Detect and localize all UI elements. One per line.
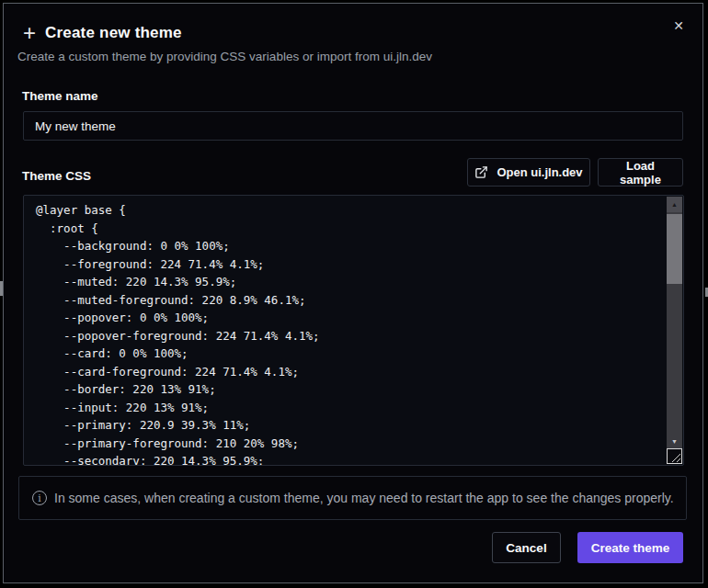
restart-info-text: In some cases, when creating a custom th… (54, 491, 674, 505)
create-theme-dialog: + Create new theme ✕ Create a custom the… (3, 3, 703, 583)
window-edge-artifact-left (0, 281, 3, 296)
close-button[interactable]: ✕ (668, 15, 690, 37)
theme-name-label: Theme name (22, 89, 98, 103)
theme-css-code[interactable]: @layer base { :root { --background: 0 0%… (36, 201, 320, 466)
theme-name-input[interactable] (23, 111, 683, 141)
plus-icon: + (23, 22, 36, 44)
load-sample-button[interactable]: Load sample (598, 158, 683, 187)
restart-info-banner: i In some cases, when creating a custom … (18, 476, 687, 520)
open-ui-jln-dev-label: Open ui.jln.dev (497, 165, 582, 179)
info-icon: i (32, 491, 47, 505)
scroll-down-icon: ▼ (671, 438, 678, 445)
open-ui-jln-dev-button[interactable]: Open ui.jln.dev (467, 158, 590, 187)
editor-scrollbar[interactable]: ▲ ▼ (667, 197, 682, 449)
close-icon: ✕ (673, 18, 684, 33)
dialog-subtitle: Create a custom theme by providing CSS v… (17, 50, 432, 63)
theme-css-label: Theme CSS (22, 169, 91, 183)
theme-css-editor[interactable]: @layer base { :root { --background: 0 0%… (23, 195, 684, 466)
cancel-label: Cancel (506, 541, 546, 555)
scrollbar-up-button[interactable]: ▲ (667, 197, 682, 212)
cancel-button[interactable]: Cancel (492, 532, 561, 563)
create-theme-button[interactable]: Create theme (577, 532, 683, 563)
textarea-resize-grip[interactable] (667, 448, 682, 464)
create-theme-label: Create theme (591, 541, 670, 555)
dialog-header: + Create new theme (23, 22, 182, 44)
scrollbar-down-button[interactable]: ▼ (667, 434, 682, 449)
dialog-title: Create new theme (45, 24, 182, 42)
scrollbar-thumb[interactable] (667, 214, 682, 284)
scroll-up-icon: ▲ (671, 201, 678, 208)
external-link-icon (474, 165, 488, 179)
load-sample-label: Load sample (604, 159, 677, 187)
